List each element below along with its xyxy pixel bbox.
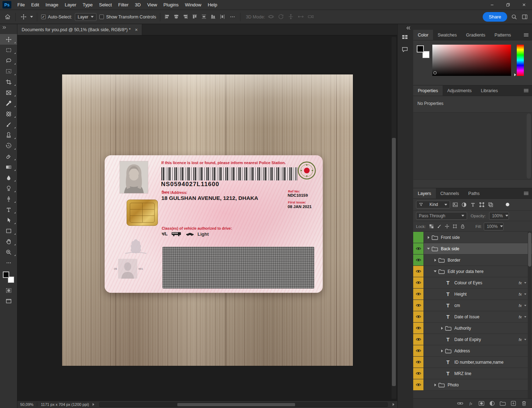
tab-libraries[interactable]: Libraries — [476, 85, 503, 96]
layer-name[interactable]: Address — [454, 348, 470, 353]
layer-filter-kind-dropdown[interactable]: Kind — [416, 201, 450, 208]
fx-expand-icon[interactable] — [524, 316, 526, 318]
menu-3d[interactable]: 3D — [132, 2, 144, 7]
blend-mode-dropdown[interactable]: Pass Through — [416, 212, 467, 220]
color-field-cursor[interactable] — [433, 71, 437, 74]
horizontal-scrollbar[interactable] — [99, 402, 388, 407]
show-transform-checkbox[interactable]: Show Transform Controls — [99, 15, 156, 19]
layer-name[interactable]: Back side — [441, 246, 459, 251]
roll-3d-icon[interactable] — [278, 13, 284, 20]
more-tools-icon[interactable] — [0, 257, 17, 268]
zoom-level[interactable]: 50,09% — [20, 402, 33, 407]
auto-select-checkbox[interactable]: Auto-Select: — [41, 15, 72, 19]
layer-visibility-eye-icon[interactable] — [413, 334, 424, 345]
auto-select-target-dropdown[interactable]: Layer — [75, 13, 96, 21]
layer-row-id-number-surname-name[interactable]: TID number,surname,name — [413, 357, 532, 368]
new-group-icon[interactable] — [500, 401, 506, 406]
align-center-horizontal-icon[interactable] — [173, 14, 179, 20]
layer-visibility-eye-icon[interactable] — [413, 345, 424, 356]
menu-view[interactable]: View — [144, 2, 160, 7]
menu-image[interactable]: Image — [42, 2, 61, 7]
layer-row-mrz-line[interactable]: TMRZ line — [413, 368, 532, 379]
layer-name[interactable]: Date of Expiry — [454, 337, 481, 342]
document-tab[interactable]: Documents for you.psd @ 50,1% (Back side… — [17, 24, 142, 35]
foreground-color-swatch[interactable] — [417, 45, 424, 52]
filter-adjustment-layers-icon[interactable] — [460, 201, 468, 208]
add-layer-mask-icon[interactable] — [478, 401, 484, 406]
opacity-dropdown[interactable]: 100% — [489, 212, 509, 220]
layer-name[interactable]: Front side — [441, 235, 460, 240]
hue-slider[interactable] — [517, 45, 524, 76]
new-adjustment-layer-icon[interactable] — [489, 401, 495, 406]
layer-row-edit-your-data-here[interactable]: Edit your data here — [413, 266, 532, 277]
vertical-scrollbar[interactable] — [392, 37, 396, 399]
dodge-tool[interactable] — [0, 183, 17, 194]
fx-expand-icon[interactable] — [524, 305, 526, 306]
menu-plugins[interactable]: Plugins — [160, 2, 182, 7]
lock-all-icon[interactable] — [459, 223, 466, 230]
share-button[interactable]: Share — [483, 12, 507, 22]
layer-row-colour-of-eyes[interactable]: TColour of Eyesfx — [413, 277, 532, 289]
filter-type-layers-icon[interactable] — [469, 201, 477, 208]
rectangle-tool[interactable] — [0, 225, 17, 236]
pan-3d-icon[interactable] — [288, 13, 294, 20]
layer-name[interactable]: Authority — [454, 326, 471, 331]
tab-patterns[interactable]: Patterns — [490, 30, 516, 40]
lock-transparency-icon[interactable] — [428, 223, 435, 230]
collapse-group-icon[interactable] — [427, 248, 430, 250]
horizontal-scrollbar-thumb[interactable] — [177, 403, 295, 406]
close-icon[interactable] — [516, 0, 532, 10]
move-tool[interactable] — [0, 34, 17, 45]
layer-visibility-eye-icon[interactable] — [413, 266, 424, 277]
type-tool[interactable] — [0, 204, 17, 215]
checked-checkbox-icon[interactable] — [41, 15, 46, 19]
blur-tool[interactable] — [0, 172, 17, 183]
eyedropper-tool[interactable] — [0, 98, 17, 108]
tab-layers[interactable]: Layers — [413, 188, 436, 199]
layer-row-authority[interactable]: Authority — [413, 323, 532, 334]
layers-scrollbar-thumb[interactable] — [528, 233, 531, 267]
layer-row-address[interactable]: Address — [413, 345, 532, 357]
workspace-switcher-icon[interactable] — [521, 13, 528, 21]
layer-fx-badge[interactable]: fx — [519, 337, 522, 342]
status-chevron-icon[interactable] — [93, 403, 94, 406]
expand-group-icon[interactable] — [441, 327, 443, 330]
brush-tool[interactable] — [0, 119, 17, 130]
screen-mode-button[interactable] — [0, 296, 17, 306]
pen-tool[interactable] — [0, 194, 17, 204]
layer-name[interactable]: Edit your data here — [448, 269, 483, 274]
layer-row-date-of-expiry[interactable]: TDate of Expiryfx — [413, 334, 532, 345]
layer-visibility-eye-icon[interactable] — [413, 289, 424, 300]
distribute-vertical-icon[interactable] — [201, 14, 207, 20]
gradient-tool[interactable] — [0, 162, 17, 172]
tab-color[interactable]: Color — [413, 30, 433, 40]
vertical-scrollbar-thumb[interactable] — [392, 138, 396, 386]
fx-expand-icon[interactable] — [524, 294, 526, 295]
align-right-icon[interactable] — [183, 14, 189, 20]
menu-edit[interactable]: Edit — [28, 2, 42, 7]
tab-properties[interactable]: Properties — [413, 85, 443, 96]
minimize-icon[interactable] — [484, 0, 500, 10]
tab-paths[interactable]: Paths — [464, 188, 484, 199]
color-swatches-widget[interactable] — [417, 45, 430, 58]
properties-panel-menu-icon[interactable] — [523, 89, 529, 93]
move-tool-preset-icon[interactable] — [20, 13, 27, 21]
layer-fx-badge[interactable]: fx — [519, 315, 522, 319]
canvas-area[interactable]: If this licence is lost or found, please… — [17, 35, 397, 401]
toolbar-expand-icon[interactable] — [0, 24, 8, 30]
tab-channels[interactable]: Channels — [436, 188, 464, 199]
properties-scrollbar-thumb[interactable] — [527, 113, 531, 179]
align-top-icon[interactable] — [192, 14, 198, 20]
layer-name[interactable]: ID number,surname,name — [454, 360, 504, 365]
align-left-icon[interactable] — [164, 14, 170, 20]
layer-name[interactable]: Border — [448, 258, 460, 263]
color-panel-menu-icon[interactable] — [523, 33, 529, 37]
object-selection-tool[interactable] — [0, 66, 17, 77]
filter-shape-layers-icon[interactable] — [478, 201, 486, 208]
layer-visibility-eye-icon[interactable] — [413, 243, 424, 254]
layer-visibility-eye-icon[interactable] — [413, 357, 424, 368]
layer-visibility-eye-icon[interactable] — [413, 300, 424, 311]
layer-row-border[interactable]: Border — [413, 255, 532, 266]
frame-tool[interactable] — [0, 87, 17, 98]
menu-file[interactable]: File — [14, 2, 28, 7]
